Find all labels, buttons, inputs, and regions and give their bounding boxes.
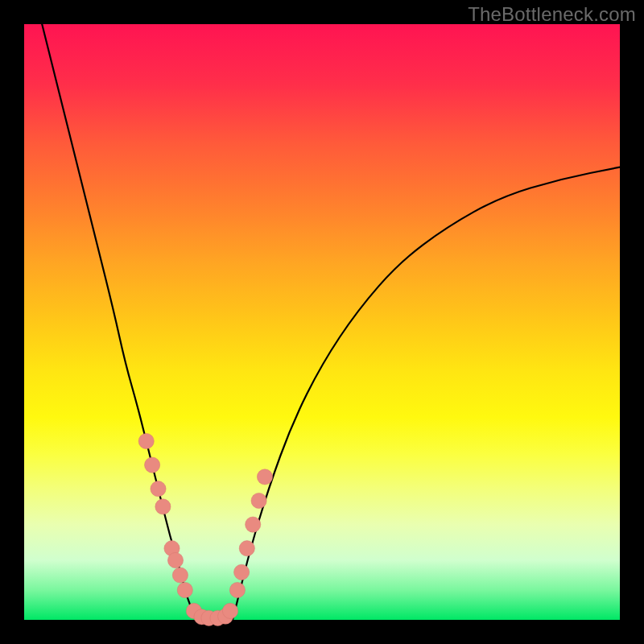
watermark-text: TheBottleneck.com [468, 3, 636, 26]
highlight-dot [234, 564, 250, 580]
highlight-dot [145, 457, 160, 473]
chart-frame: TheBottleneck.com [0, 0, 644, 644]
plot-area [24, 24, 620, 620]
highlight-dot [172, 568, 188, 583]
bottleneck-curve [42, 24, 620, 620]
curve-svg [24, 24, 620, 620]
highlight-dot [251, 493, 266, 508]
highlight-dot [257, 469, 272, 485]
highlight-dot [229, 582, 245, 597]
highlight-dot [246, 517, 261, 532]
highlight-dot [151, 481, 166, 497]
highlight-dot [167, 552, 183, 568]
highlight-dot [155, 499, 171, 514]
highlight-dots-group [138, 433, 273, 625]
highlight-dot [222, 603, 237, 618]
highlight-dot [177, 582, 192, 597]
highlight-dot [138, 433, 154, 448]
highlight-dot [239, 541, 254, 556]
